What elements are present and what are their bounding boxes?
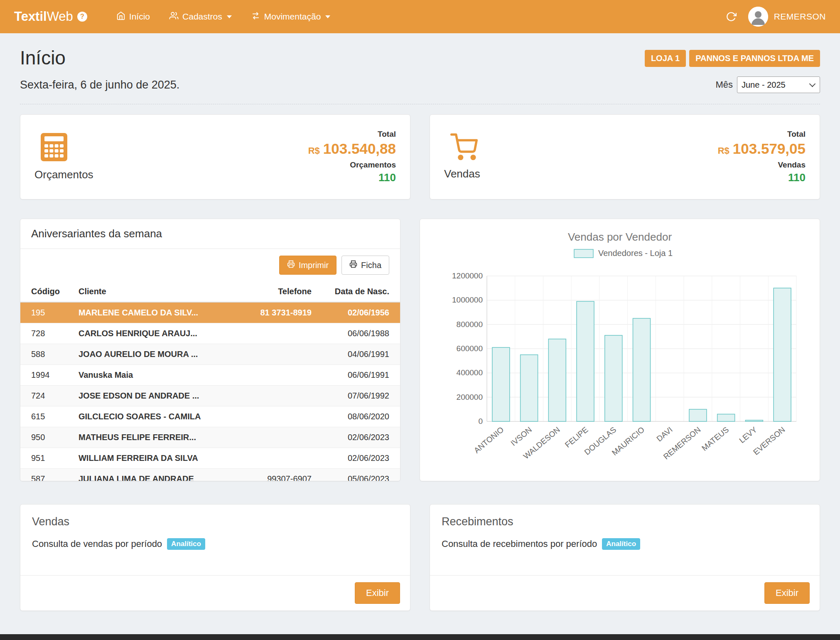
cell-telefone xyxy=(237,427,317,448)
svg-text:1000000: 1000000 xyxy=(452,295,483,304)
cell-codigo: 951 xyxy=(20,448,74,469)
footer-bar xyxy=(0,634,840,640)
bar-douglas xyxy=(605,335,622,421)
analitico-badge: Analítico xyxy=(602,538,640,550)
table-row[interactable]: 587JULIANA LIMA DE ANDRADE99307-690705/0… xyxy=(20,469,400,482)
table-row[interactable]: 950MATHEUS FELIPE FERREIR...02/06/2023 xyxy=(20,427,400,448)
table-row[interactable]: 951WILLIAM FERREIRA DA SILVA02/06/2023 xyxy=(20,448,400,469)
vendas-report-title: Vendas xyxy=(32,515,398,528)
cell-codigo: 1994 xyxy=(20,365,74,386)
exibir-vendas-button[interactable]: Exibir xyxy=(355,582,400,604)
refresh-icon[interactable] xyxy=(726,11,737,22)
cell-nasc: 04/06/1991 xyxy=(317,344,400,365)
bar-waldeson xyxy=(548,339,566,421)
brand-logo[interactable]: TextilWeb ? xyxy=(14,9,87,24)
cell-codigo: 195 xyxy=(20,302,74,323)
exchange-icon xyxy=(251,11,260,22)
orcamentos-count-label: Orçamentos xyxy=(308,160,396,170)
bar-levy xyxy=(745,420,763,421)
cell-cliente: JOSE EDSON DE ANDRADE ... xyxy=(74,386,237,406)
imprimir-label: Imprimir xyxy=(299,261,329,270)
help-icon[interactable]: ? xyxy=(77,12,87,22)
cell-codigo: 950 xyxy=(20,427,74,448)
nav-label: Cadastros xyxy=(182,12,222,22)
birthdays-card: Aniversariantes da semana Imprimir Ficha xyxy=(20,219,400,481)
birthdays-title: Aniversariantes da semana xyxy=(20,219,400,249)
recebimentos-report-title: Recebimentos xyxy=(442,515,808,528)
svg-text:200000: 200000 xyxy=(457,393,483,401)
column-header-cliente: Cliente xyxy=(74,281,237,302)
caret-down-icon xyxy=(325,15,330,18)
imprimir-button[interactable]: Imprimir xyxy=(279,256,336,275)
nav-label: Início xyxy=(129,12,150,22)
cell-telefone xyxy=(237,386,317,406)
table-row[interactable]: 195MARLENE CAMELO DA SILV...81 3731-8919… xyxy=(20,302,400,323)
cell-cliente: GILCLECIO SOARES - CAMILA xyxy=(74,406,237,427)
vendas-count: 110 xyxy=(718,171,806,184)
table-row[interactable]: 588JOAO AURELIO DE MOURA ...04/06/1991 xyxy=(20,344,400,365)
top-navbar: TextilWeb ? Início Cadastros Movimentaçã… xyxy=(0,0,840,33)
month-select-wrap: June - 2025 xyxy=(737,76,820,93)
vendas-label: Vendas xyxy=(444,167,480,180)
cell-telefone: 99307-6907 xyxy=(237,469,317,482)
cell-cliente: JULIANA LIMA DE ANDRADE xyxy=(74,469,237,482)
users-icon xyxy=(169,11,179,22)
table-row[interactable]: 1994Vanuska Maia06/06/1991 xyxy=(20,365,400,386)
main-nav: Início Cadastros Movimentação xyxy=(111,7,336,27)
cell-nasc: 05/06/2023 xyxy=(317,469,400,482)
svg-text:800000: 800000 xyxy=(457,320,483,329)
cell-nasc: 06/06/1991 xyxy=(317,365,400,386)
user-menu[interactable]: REMERSON xyxy=(748,7,826,27)
recebimentos-report-card: Recebimentos Consulta de recebimentos po… xyxy=(430,504,820,611)
vendas-report-card: Vendas Consulta de vendas por período An… xyxy=(20,504,410,611)
exibir-recebimentos-button[interactable]: Exibir xyxy=(764,582,810,604)
nav-item-movimentacao[interactable]: Movimentação xyxy=(245,7,336,27)
brand-text: TextilWeb xyxy=(14,9,73,24)
total-label: Total xyxy=(718,130,806,139)
table-row[interactable]: 615GILCLECIO SOARES - CAMILA08/06/2020 xyxy=(20,406,400,427)
ficha-button[interactable]: Ficha xyxy=(341,256,389,275)
nav-item-cadastros[interactable]: Cadastros xyxy=(163,7,238,27)
store-badge[interactable]: LOJA 1 xyxy=(645,50,686,67)
user-name: REMERSON xyxy=(774,12,826,22)
nav-item-inicio[interactable]: Início xyxy=(111,7,156,27)
birthdays-table: Código Cliente Telefone Data de Nasc. 19… xyxy=(20,281,400,481)
bar-mauricio xyxy=(633,318,651,421)
cell-telefone xyxy=(237,365,317,386)
cell-telefone xyxy=(237,344,317,365)
avatar xyxy=(748,7,768,27)
cell-cliente: MARLENE CAMELO DA SILV... xyxy=(74,302,237,323)
table-row[interactable]: 728CARLOS HENRIQUE ARAUJ...06/06/1988 xyxy=(20,323,400,344)
vendas-count-label: Vendas xyxy=(718,160,806,170)
recebimentos-report-text: Consulta de recebimentos por período xyxy=(442,539,597,549)
vendas-summary-card: Vendas Total R$103.579,05 Vendas 110 xyxy=(430,114,820,199)
cell-codigo: 587 xyxy=(20,469,74,482)
column-header-nascimento: Data de Nasc. xyxy=(317,281,400,302)
bar-ivson xyxy=(521,355,538,421)
cell-codigo: 724 xyxy=(20,386,74,406)
bar-everson xyxy=(774,288,791,421)
printer-icon xyxy=(287,260,295,270)
vendas-report-text: Consulta de vendas por período xyxy=(32,539,162,549)
cell-nasc: 02/06/2023 xyxy=(317,427,400,448)
month-select[interactable]: June - 2025 xyxy=(737,76,820,93)
bar-mateus xyxy=(717,414,735,422)
company-badge[interactable]: PANNOS E PANNOS LTDA ME xyxy=(689,50,820,67)
bar-felipe xyxy=(577,301,594,421)
svg-text:LEVY: LEVY xyxy=(737,425,759,445)
svg-text:400000: 400000 xyxy=(457,368,483,377)
cell-nasc: 07/06/1992 xyxy=(317,386,400,406)
caret-down-icon xyxy=(227,15,232,18)
sales-bar-chart: Vendedores - Loja 1020000040000060000080… xyxy=(437,247,803,471)
orcamentos-count: 110 xyxy=(308,171,396,184)
cell-cliente: Vanuska Maia xyxy=(74,365,237,386)
analitico-badge: Analítico xyxy=(167,538,205,550)
cell-telefone xyxy=(237,406,317,427)
bar-remerson xyxy=(689,409,707,421)
table-row[interactable]: 724JOSE EDSON DE ANDRADE ...07/06/1992 xyxy=(20,386,400,406)
home-icon xyxy=(116,11,125,22)
cell-nasc: 06/06/1988 xyxy=(317,323,400,344)
svg-text:1200000: 1200000 xyxy=(452,271,483,280)
column-header-codigo: Código xyxy=(20,281,74,302)
svg-text:MATEUS: MATEUS xyxy=(700,425,730,453)
